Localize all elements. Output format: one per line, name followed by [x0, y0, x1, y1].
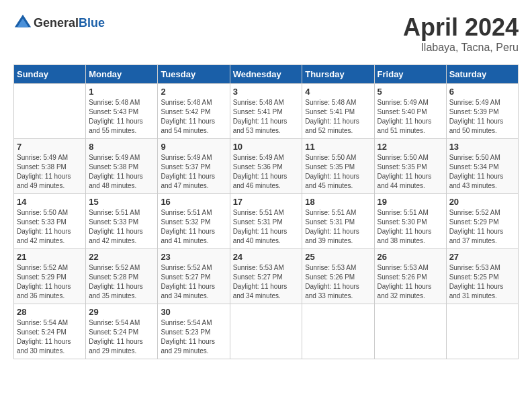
title-block: April 2024 Ilabaya, Tacna, Peru: [403, 13, 519, 54]
calendar-day-header: Friday: [374, 65, 446, 84]
day-info: Sunrise: 5:53 AMSunset: 5:25 PMDaylight:…: [449, 263, 515, 301]
day-info: Sunrise: 5:48 AMSunset: 5:42 PMDaylight:…: [161, 98, 226, 136]
calendar-week-row: 21Sunrise: 5:52 AMSunset: 5:29 PMDayligh…: [14, 249, 519, 304]
day-number: 19: [378, 197, 443, 207]
calendar-cell: 15Sunrise: 5:51 AMSunset: 5:33 PMDayligh…: [86, 194, 158, 249]
day-number: 4: [305, 87, 371, 97]
calendar-cell: [14, 84, 86, 139]
day-info: Sunrise: 5:52 AMSunset: 5:27 PMDaylight:…: [161, 263, 226, 301]
day-info: Sunrise: 5:51 AMSunset: 5:31 PMDaylight:…: [233, 208, 300, 246]
calendar-cell: 20Sunrise: 5:52 AMSunset: 5:29 PMDayligh…: [446, 194, 518, 249]
calendar-cell: 7Sunrise: 5:49 AMSunset: 5:38 PMDaylight…: [14, 139, 86, 194]
day-info: Sunrise: 5:51 AMSunset: 5:30 PMDaylight:…: [378, 208, 443, 246]
calendar-week-row: 1Sunrise: 5:48 AMSunset: 5:43 PMDaylight…: [14, 84, 519, 139]
day-info: Sunrise: 5:53 AMSunset: 5:27 PMDaylight:…: [233, 263, 300, 301]
calendar-cell: 30Sunrise: 5:54 AMSunset: 5:23 PMDayligh…: [158, 304, 230, 359]
day-number: 8: [89, 142, 154, 152]
logo-icon: [13, 13, 32, 32]
calendar-day-header: Thursday: [302, 65, 374, 84]
calendar-day-header: Monday: [86, 65, 158, 84]
day-number: 27: [449, 252, 515, 262]
day-info: Sunrise: 5:52 AMSunset: 5:29 PMDaylight:…: [17, 263, 83, 301]
calendar-cell: 25Sunrise: 5:53 AMSunset: 5:26 PMDayligh…: [302, 249, 374, 304]
calendar-cell: 10Sunrise: 5:49 AMSunset: 5:36 PMDayligh…: [230, 139, 302, 194]
calendar-cell: 27Sunrise: 5:53 AMSunset: 5:25 PMDayligh…: [446, 249, 518, 304]
day-number: 18: [305, 197, 371, 207]
calendar-week-row: 28Sunrise: 5:54 AMSunset: 5:24 PMDayligh…: [14, 304, 519, 359]
calendar-cell: [446, 304, 518, 359]
calendar-week-row: 7Sunrise: 5:49 AMSunset: 5:38 PMDaylight…: [14, 139, 519, 194]
day-number: 2: [161, 87, 226, 97]
calendar-cell: 19Sunrise: 5:51 AMSunset: 5:30 PMDayligh…: [374, 194, 446, 249]
day-number: 1: [89, 87, 154, 97]
calendar-cell: 12Sunrise: 5:50 AMSunset: 5:35 PMDayligh…: [374, 139, 446, 194]
calendar-day-header: Wednesday: [230, 65, 302, 84]
calendar-day-header: Tuesday: [158, 65, 230, 84]
calendar-table: SundayMondayTuesdayWednesdayThursdayFrid…: [13, 64, 519, 359]
day-number: 16: [161, 197, 226, 207]
day-number: 7: [17, 142, 83, 152]
day-info: Sunrise: 5:49 AMSunset: 5:39 PMDaylight:…: [449, 98, 515, 136]
calendar-cell: [230, 304, 302, 359]
day-number: 26: [378, 252, 443, 262]
day-number: 6: [449, 87, 515, 97]
logo-text-general: General: [34, 16, 79, 30]
calendar-cell: 9Sunrise: 5:49 AMSunset: 5:37 PMDaylight…: [158, 139, 230, 194]
calendar-cell: 3Sunrise: 5:48 AMSunset: 5:41 PMDaylight…: [230, 84, 302, 139]
day-number: 29: [89, 307, 154, 317]
day-number: 10: [233, 142, 300, 152]
day-info: Sunrise: 5:48 AMSunset: 5:41 PMDaylight:…: [233, 98, 300, 136]
day-info: Sunrise: 5:50 AMSunset: 5:35 PMDaylight:…: [305, 153, 371, 191]
day-number: 22: [89, 252, 154, 262]
calendar-header-row: SundayMondayTuesdayWednesdayThursdayFrid…: [14, 65, 519, 84]
day-number: 9: [161, 142, 226, 152]
day-info: Sunrise: 5:51 AMSunset: 5:33 PMDaylight:…: [89, 208, 154, 246]
page-header: GeneralBlue April 2024 Ilabaya, Tacna, P…: [13, 13, 519, 54]
calendar-cell: 8Sunrise: 5:49 AMSunset: 5:38 PMDaylight…: [86, 139, 158, 194]
day-number: 21: [17, 252, 83, 262]
day-info: Sunrise: 5:50 AMSunset: 5:33 PMDaylight:…: [17, 208, 83, 246]
day-info: Sunrise: 5:50 AMSunset: 5:34 PMDaylight:…: [449, 153, 515, 191]
day-number: 14: [17, 197, 83, 207]
day-info: Sunrise: 5:54 AMSunset: 5:23 PMDaylight:…: [161, 318, 226, 356]
day-number: 20: [449, 197, 515, 207]
day-number: 24: [233, 252, 300, 262]
day-number: 17: [233, 197, 300, 207]
day-info: Sunrise: 5:49 AMSunset: 5:40 PMDaylight:…: [378, 98, 443, 136]
day-number: 15: [89, 197, 154, 207]
calendar-cell: 29Sunrise: 5:54 AMSunset: 5:24 PMDayligh…: [86, 304, 158, 359]
calendar-cell: [374, 304, 446, 359]
day-info: Sunrise: 5:53 AMSunset: 5:26 PMDaylight:…: [305, 263, 371, 301]
day-number: 25: [305, 252, 371, 262]
calendar-title: April 2024: [403, 13, 519, 42]
calendar-cell: 22Sunrise: 5:52 AMSunset: 5:28 PMDayligh…: [86, 249, 158, 304]
day-info: Sunrise: 5:54 AMSunset: 5:24 PMDaylight:…: [17, 318, 83, 356]
day-number: 13: [449, 142, 515, 152]
day-info: Sunrise: 5:49 AMSunset: 5:36 PMDaylight:…: [233, 153, 300, 191]
day-number: 23: [161, 252, 226, 262]
calendar-cell: 13Sunrise: 5:50 AMSunset: 5:34 PMDayligh…: [446, 139, 518, 194]
day-number: 3: [233, 87, 300, 97]
day-number: 11: [305, 142, 371, 152]
day-info: Sunrise: 5:48 AMSunset: 5:41 PMDaylight:…: [305, 98, 371, 136]
logo-text-blue: Blue: [79, 16, 105, 30]
day-number: 12: [378, 142, 443, 152]
day-number: 28: [17, 307, 83, 317]
day-info: Sunrise: 5:53 AMSunset: 5:26 PMDaylight:…: [378, 263, 443, 301]
day-info: Sunrise: 5:48 AMSunset: 5:43 PMDaylight:…: [89, 98, 154, 136]
calendar-cell: [302, 304, 374, 359]
calendar-cell: 24Sunrise: 5:53 AMSunset: 5:27 PMDayligh…: [230, 249, 302, 304]
calendar-cell: 4Sunrise: 5:48 AMSunset: 5:41 PMDaylight…: [302, 84, 374, 139]
calendar-day-header: Sunday: [14, 65, 86, 84]
day-info: Sunrise: 5:54 AMSunset: 5:24 PMDaylight:…: [89, 318, 154, 356]
day-info: Sunrise: 5:50 AMSunset: 5:35 PMDaylight:…: [378, 153, 443, 191]
day-number: 30: [161, 307, 226, 317]
calendar-cell: 11Sunrise: 5:50 AMSunset: 5:35 PMDayligh…: [302, 139, 374, 194]
calendar-cell: 16Sunrise: 5:51 AMSunset: 5:32 PMDayligh…: [158, 194, 230, 249]
day-info: Sunrise: 5:51 AMSunset: 5:32 PMDaylight:…: [161, 208, 226, 246]
day-info: Sunrise: 5:51 AMSunset: 5:31 PMDaylight:…: [305, 208, 371, 246]
calendar-cell: 17Sunrise: 5:51 AMSunset: 5:31 PMDayligh…: [230, 194, 302, 249]
day-info: Sunrise: 5:52 AMSunset: 5:28 PMDaylight:…: [89, 263, 154, 301]
calendar-week-row: 14Sunrise: 5:50 AMSunset: 5:33 PMDayligh…: [14, 194, 519, 249]
calendar-cell: 2Sunrise: 5:48 AMSunset: 5:42 PMDaylight…: [158, 84, 230, 139]
